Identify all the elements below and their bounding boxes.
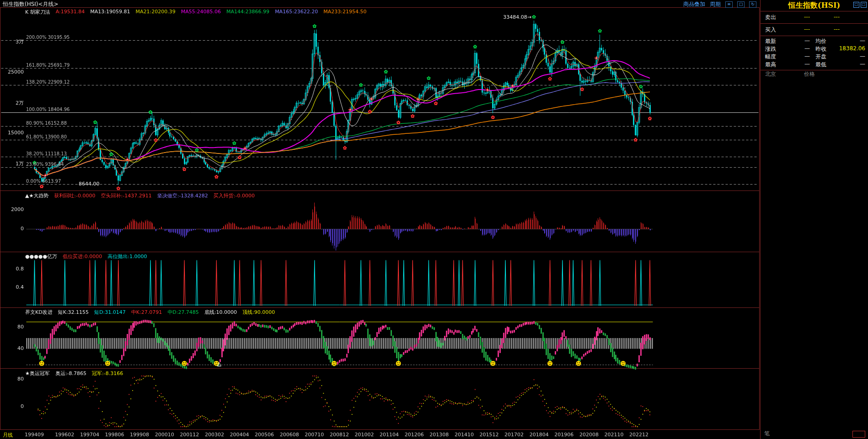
quote-row: 幅度—开盘— (761, 53, 868, 61)
panel-window-icon[interactable]: □ (853, 2, 859, 8)
date-label: 199409 (25, 432, 44, 438)
date-label: 200710 (305, 432, 324, 438)
date-label: 202212 (629, 432, 648, 438)
toolbar: 商品叠加 周期 ≡ □ ↻ (683, 0, 756, 8)
date-label: 201002 (355, 432, 374, 438)
panel-close-icon[interactable]: □ (861, 2, 867, 8)
quote-row: 涨跌—昨收18382.06 (761, 45, 868, 53)
date-label: 202008 (579, 432, 599, 438)
period-link[interactable]: 周期 (710, 0, 721, 8)
chart-canvas[interactable] (0, 0, 760, 439)
title-bar: 恒生指数(HSI)<月线> 商品叠加 周期 ≡ □ ↻ (0, 0, 760, 7)
quote-grid: 最新—均价—涨跌—昨收18382.06幅度—开盘—最高—最低— (761, 36, 868, 70)
period-label: 月线 (3, 432, 13, 439)
date-label: 201702 (504, 432, 524, 438)
date-label: 201104 (380, 432, 399, 438)
date-label: 201410 (455, 432, 474, 438)
exchange-column-header: 北京 (765, 70, 776, 78)
date-label: 200302 (205, 432, 224, 438)
buy-price: --- (804, 26, 810, 32)
date-label: 199602 (55, 432, 74, 438)
quote-panel-footer: 笔 (761, 431, 868, 438)
quote-label: 昨收 (815, 45, 826, 53)
date-label: 201308 (429, 432, 449, 438)
quote-label: 开盘 (815, 53, 826, 61)
quote-panel-title-row: 恒生指数(HSI) □ □ (761, 0, 868, 11)
buy-volume: --- (834, 26, 840, 32)
quote-row: 最新—均价— (761, 37, 868, 45)
quote-panel: 恒生指数(HSI) □ □ 卖出 --- --- 买入 --- --- 最新—均… (760, 0, 868, 439)
restore-window-icon[interactable]: □ (737, 1, 745, 8)
quote-value: — (836, 53, 865, 59)
date-label: 199806 (105, 432, 124, 438)
quote-symbol-title: 恒生指数(HSI) (788, 1, 840, 10)
sell-label: 卖出 (765, 14, 776, 21)
trades-label: 笔 (764, 430, 770, 438)
sell-volume: --- (834, 14, 840, 20)
buy-label: 买入 (765, 26, 776, 34)
price-column-header: 价格 (804, 70, 815, 78)
quote-value: — (786, 53, 810, 59)
quote-value: — (836, 37, 865, 44)
quote-value: — (836, 61, 865, 67)
date-label: 200112 (180, 432, 199, 438)
quote-value: — (786, 61, 810, 67)
overlay-link[interactable]: 商品叠加 (683, 0, 705, 8)
date-label: 201804 (530, 432, 549, 438)
footer-tool-box[interactable] (852, 431, 865, 438)
quote-column-headers: 北京 价格 (761, 70, 868, 78)
date-label: 200010 (155, 432, 174, 438)
quote-label: 最高 (765, 61, 776, 69)
buy-row: 买入 --- --- (761, 24, 868, 36)
date-label: 199908 (130, 432, 149, 438)
quote-value: — (786, 45, 810, 52)
quote-value: 18382.06 (836, 45, 865, 52)
date-label: 200812 (330, 432, 349, 438)
date-label: 200608 (280, 432, 299, 438)
refresh-icon[interactable]: ↻ (749, 1, 756, 8)
date-label: 200506 (255, 432, 274, 438)
date-label: 201906 (554, 432, 573, 438)
sell-price: --- (804, 14, 810, 20)
quote-label: 均价 (815, 37, 826, 45)
date-label: 200404 (230, 432, 249, 438)
date-label: 201206 (405, 432, 424, 438)
menu-icon[interactable]: ≡ (725, 1, 733, 8)
date-label: 199704 (80, 432, 99, 438)
quote-label: 最新 (765, 37, 776, 45)
sell-row: 卖出 --- --- (761, 11, 868, 24)
quote-row: 最高—最低— (761, 61, 868, 69)
window-title: 恒生指数(HSI)<月线> (3, 0, 59, 8)
quote-value: — (786, 37, 810, 44)
date-label: 201512 (480, 432, 499, 438)
timeline-axis: 月线 1994091996021997041998061999082000102… (0, 430, 760, 439)
quote-label: 最低 (815, 61, 826, 69)
quote-label: 幅度 (765, 53, 776, 61)
quote-label: 涨跌 (765, 45, 776, 53)
date-label: 202110 (605, 432, 624, 438)
